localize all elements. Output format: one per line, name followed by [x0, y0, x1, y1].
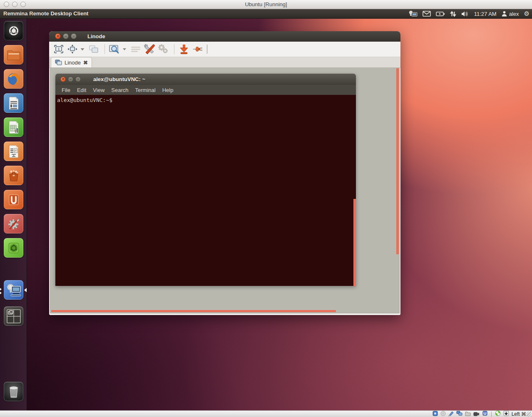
launcher-item-libreoffice-calc[interactable]	[4, 117, 23, 137]
remote-terminal-window: ✕ – ▫ alex@ubuntuVNC: ~ File Edit View S…	[55, 74, 356, 286]
launcher-item-dash-home[interactable]	[4, 21, 23, 40]
tab-label: Linode	[65, 60, 81, 66]
remmina-tabbar: Linode ✖	[49, 57, 400, 68]
launcher-item-ubuntu-software-updater[interactable]	[4, 238, 23, 258]
statusbar-separator	[491, 412, 492, 417]
launcher-item-ubuntu-software-center[interactable]	[4, 166, 23, 185]
toolbar-separator	[104, 44, 105, 54]
harddisk-icon[interactable]	[433, 410, 438, 417]
launcher-item-trash[interactable]	[4, 382, 23, 401]
terminal-minimize-button[interactable]: –	[68, 77, 73, 82]
launcher-item-firefox[interactable]	[4, 69, 23, 89]
video-capture-icon[interactable]	[473, 410, 480, 417]
mouse-integration-icon[interactable]	[495, 410, 501, 417]
unity-launcher	[0, 19, 27, 410]
launcher-item-libreoffice-writer[interactable]	[4, 93, 23, 113]
vnc-viewport[interactable]: ✕ – ▫ alex@ubuntuVNC: ~ File Edit View S…	[50, 68, 400, 313]
launcher-item-ubuntu-one[interactable]	[4, 190, 23, 209]
launcher-item-system-settings[interactable]	[4, 214, 23, 233]
focused-indicator-arrow	[24, 288, 27, 292]
clock[interactable]: 11:27 AM	[474, 9, 497, 18]
toolbar-separator	[174, 44, 174, 54]
menu-search[interactable]: Search	[108, 86, 132, 94]
session-gear-icon[interactable]: ⚙	[524, 9, 530, 18]
optical-disc-icon[interactable]	[440, 410, 446, 417]
remmina-maximize-button[interactable]: ▫	[71, 33, 77, 39]
duplicate-connection-icon[interactable]	[87, 43, 100, 55]
network-adapters-icon[interactable]	[456, 410, 462, 417]
remmina-window-title: Linode	[87, 33, 105, 40]
fit-window-icon[interactable]	[66, 43, 79, 55]
virtualization-chip-icon[interactable]	[482, 410, 488, 417]
user-icon	[502, 11, 507, 17]
tab-linode[interactable]: Linode ✖	[51, 57, 92, 67]
sync-arrows-icon[interactable]	[450, 9, 456, 18]
launcher-item-home-folder[interactable]	[4, 45, 23, 65]
username-label: alex	[509, 11, 519, 17]
virtualbox-vm-window: Ubuntu [Running] Remmina Remote Desktop …	[0, 0, 532, 417]
battery-icon[interactable]	[436, 9, 445, 18]
tab-connection-icon	[55, 60, 62, 65]
running-indicator-arrow	[0, 288, 2, 290]
terminal-title: alex@ubuntuVNC: ~	[93, 76, 145, 82]
toolbar-end-separator	[207, 45, 207, 54]
resize-grip[interactable]	[527, 412, 532, 417]
redraw-artifact-stripe	[396, 68, 399, 254]
terminal-screen[interactable]: alex@ubuntuVNC:~$	[55, 95, 356, 286]
remote-desktop-icon[interactable]	[408, 9, 418, 18]
mail-icon[interactable]	[423, 9, 431, 18]
disconnect-plug-icon[interactable]	[191, 43, 204, 55]
scaled-mode-caret[interactable]	[122, 48, 127, 50]
tab-close-icon[interactable]: ✖	[83, 60, 88, 66]
preferences-tools-icon[interactable]	[143, 43, 156, 55]
menu-file[interactable]: File	[58, 86, 74, 94]
host-keyboard-state-icon[interactable]	[503, 410, 509, 417]
launcher-item-workspace-switcher[interactable]	[4, 306, 23, 326]
terminal-close-button[interactable]: ✕	[60, 77, 66, 82]
terminal-titlebar[interactable]: ✕ – ▫ alex@ubuntuVNC: ~	[55, 74, 356, 85]
host-key-label: Left ⌘	[512, 411, 526, 417]
active-app-title: Remmina Remote Desktop Client	[3, 10, 88, 17]
shared-folders-icon[interactable]	[465, 410, 471, 417]
fit-window-caret[interactable]	[80, 48, 85, 50]
terminal-maximize-button[interactable]: ▫	[75, 77, 81, 82]
tablet-pen-icon[interactable]	[448, 410, 454, 417]
running-indicator-arrow	[0, 292, 2, 294]
redraw-artifact-stripe	[51, 310, 336, 312]
scaled-mode-icon[interactable]	[108, 43, 121, 55]
menu-help[interactable]: Help	[159, 86, 177, 94]
ubuntu-top-panel: Remmina Remote Desktop Client 11:27 AM a…	[0, 9, 532, 19]
menu-terminal[interactable]: Terminal	[132, 86, 159, 94]
fullscreen-icon[interactable]: 1	[52, 43, 65, 55]
redraw-artifact-stripe	[353, 199, 356, 286]
screenshot-icon[interactable]	[178, 43, 190, 55]
remmina-close-button[interactable]: ✕	[55, 33, 61, 39]
launcher-item-libreoffice-impress[interactable]	[4, 141, 23, 161]
terminal-menubar: File Edit View Search Terminal Help	[55, 85, 356, 95]
terminal-prompt: alex@ubuntuVNC:~$	[57, 97, 112, 103]
remmina-toolbar: 1	[49, 42, 400, 57]
virtualbox-statusbar: Left ⌘	[0, 410, 532, 417]
svg-text:1: 1	[57, 47, 60, 51]
volume-icon[interactable]	[461, 9, 469, 18]
keyboard-grab-icon[interactable]	[129, 43, 142, 55]
indicator-tray: 11:27 AM alex ⚙	[408, 9, 530, 18]
launcher-item-remmina[interactable]	[4, 280, 23, 300]
remmina-minimize-button[interactable]: –	[63, 33, 69, 39]
host-window-title: Ubuntu [Running]	[0, 1, 532, 7]
user-menu[interactable]: alex	[502, 9, 519, 18]
menu-view[interactable]: View	[89, 86, 108, 94]
remmina-window: ✕ – ▫ Linode 1	[49, 31, 400, 315]
remmina-titlebar[interactable]: ✕ – ▫ Linode	[49, 31, 400, 42]
connection-settings-gears-icon[interactable]	[157, 43, 169, 55]
menu-edit[interactable]: Edit	[74, 86, 89, 94]
host-window-titlebar[interactable]: Ubuntu [Running]	[0, 0, 532, 9]
